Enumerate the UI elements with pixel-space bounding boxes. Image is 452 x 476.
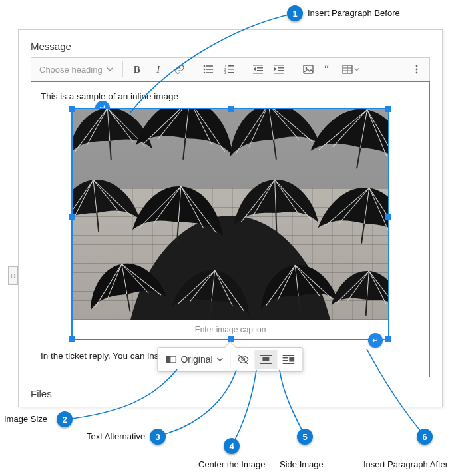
- align-center-icon: [260, 355, 272, 364]
- insert-paragraph-after-button[interactable]: ↵: [368, 333, 383, 348]
- image-widget[interactable]: ↵: [71, 108, 389, 340]
- svg-rect-7: [228, 65, 234, 67]
- resize-handle[interactable]: [385, 336, 391, 342]
- svg-rect-43: [166, 356, 170, 363]
- svg-point-0: [203, 65, 205, 67]
- svg-rect-12: [253, 65, 263, 66]
- resize-handle[interactable]: [385, 106, 391, 112]
- svg-rect-53: [283, 363, 295, 365]
- resize-handle[interactable]: [69, 214, 75, 220]
- editor-panel: Message Choose heading B I 123: [18, 29, 443, 407]
- center-image-button[interactable]: [255, 350, 278, 369]
- numbered-list-button[interactable]: 123: [220, 60, 240, 79]
- svg-line-34: [97, 213, 99, 232]
- resize-handle[interactable]: [228, 106, 234, 112]
- image-frame[interactable]: Enter image caption: [71, 108, 389, 340]
- chevron-down-icon: [107, 65, 113, 75]
- svg-rect-16: [274, 65, 284, 66]
- blockquote-button[interactable]: “: [320, 60, 339, 79]
- chevron-down-icon: [217, 356, 224, 363]
- eye-off-icon: [238, 354, 250, 365]
- image-size-dropdown[interactable]: Original: [160, 350, 228, 369]
- files-label: Files: [19, 377, 442, 399]
- panel-resize-handle[interactable]: ⇹: [8, 266, 18, 285]
- callout-5-badge: 5: [297, 429, 313, 445]
- editor-toolbar: Choose heading B I 123 “: [31, 57, 430, 81]
- svg-rect-19: [274, 73, 284, 74]
- callout-1-badge: 1: [287, 5, 303, 21]
- svg-rect-49: [283, 355, 295, 356]
- image-size-icon: [166, 354, 176, 365]
- heading-dropdown[interactable]: Choose heading: [34, 60, 118, 79]
- indent-button[interactable]: [270, 60, 290, 79]
- chevron-down-icon: [354, 67, 359, 72]
- svg-line-30: [110, 141, 111, 160]
- svg-rect-52: [283, 360, 288, 361]
- svg-rect-15: [253, 73, 263, 74]
- image-size-label: Original: [180, 354, 212, 365]
- svg-rect-46: [260, 355, 272, 356]
- svg-rect-48: [260, 363, 272, 365]
- heading-dropdown-label: Choose heading: [39, 65, 103, 75]
- resize-handle[interactable]: [385, 214, 391, 220]
- editor-text-line: This is a sample of an inline image: [41, 91, 420, 101]
- callout-3-badge: 3: [150, 429, 166, 445]
- svg-rect-51: [283, 357, 288, 359]
- callout-1-text: Insert Paragraph Before: [308, 8, 400, 18]
- svg-rect-11: [228, 72, 234, 73]
- image-toolbar-balloon: Original: [157, 347, 303, 372]
- link-button[interactable]: [170, 60, 190, 79]
- side-image-button[interactable]: [278, 350, 300, 369]
- svg-rect-14: [257, 70, 263, 71]
- editor-area[interactable]: This is a sample of an inline image ↵: [31, 81, 430, 377]
- svg-rect-47: [263, 357, 270, 361]
- svg-rect-50: [290, 357, 295, 362]
- callout-2-text: Image Size: [4, 414, 47, 424]
- callout-4-text: Center the Image: [198, 459, 265, 469]
- svg-rect-13: [257, 67, 263, 69]
- svg-line-38: [127, 294, 130, 312]
- svg-line-36: [276, 213, 276, 232]
- svg-line-41: [366, 300, 367, 316]
- callout-6-text: Insert Paragraph After: [363, 459, 448, 469]
- svg-line-40: [298, 296, 300, 313]
- svg-point-28: [416, 69, 418, 71]
- svg-rect-17: [278, 67, 284, 69]
- align-side-icon: [283, 355, 295, 364]
- svg-text:“: “: [324, 64, 329, 75]
- image-button[interactable]: [298, 60, 318, 79]
- callout-2-badge: 2: [57, 411, 73, 427]
- callout-6-badge: 6: [417, 429, 433, 445]
- svg-point-27: [416, 65, 418, 67]
- more-button[interactable]: [407, 60, 427, 79]
- svg-line-35: [177, 222, 178, 242]
- table-button[interactable]: [341, 60, 361, 79]
- svg-point-21: [305, 67, 307, 69]
- text-alternative-button[interactable]: [232, 350, 255, 369]
- svg-line-37: [361, 224, 364, 244]
- svg-point-2: [203, 69, 205, 71]
- resize-handle[interactable]: [69, 336, 75, 342]
- bulleted-list-button[interactable]: [198, 60, 218, 79]
- svg-rect-9: [228, 69, 234, 70]
- svg-text:3: 3: [224, 71, 226, 75]
- svg-line-39: [210, 301, 212, 318]
- bold-button[interactable]: B: [127, 60, 147, 79]
- image-content: [73, 109, 388, 320]
- resize-handle[interactable]: [69, 106, 75, 112]
- svg-rect-20: [304, 65, 313, 73]
- outdent-button[interactable]: [248, 60, 268, 79]
- italic-button[interactable]: I: [148, 60, 168, 79]
- callout-5-text: Side Image: [280, 459, 324, 469]
- message-label: Message: [19, 30, 442, 57]
- svg-point-4: [203, 72, 205, 74]
- svg-line-32: [274, 140, 276, 160]
- callout-4-badge: 4: [224, 438, 240, 454]
- callout-3-text: Text Alternative: [87, 431, 145, 441]
- svg-point-29: [416, 72, 418, 74]
- svg-rect-3: [206, 69, 213, 70]
- svg-line-33: [357, 148, 361, 169]
- svg-rect-1: [206, 65, 213, 67]
- svg-rect-5: [206, 72, 213, 73]
- svg-rect-18: [278, 70, 284, 71]
